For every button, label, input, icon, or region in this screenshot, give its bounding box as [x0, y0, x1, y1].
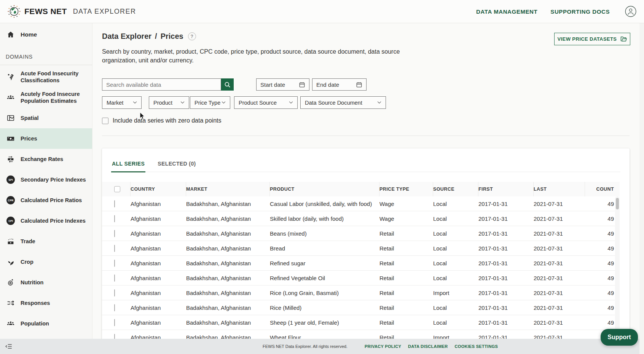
table-row[interactable]: Afghanistan Badakhshan, Afghanistan Brea…	[102, 241, 620, 256]
table-row[interactable]: Afghanistan Badakhshan, Afghanistan Skil…	[102, 211, 620, 226]
cell-first: 2017-01-31	[478, 319, 534, 326]
tab-selected[interactable]: SELECTED (0)	[157, 161, 196, 172]
sidebar-item-label: Calculated Price Indexes	[21, 217, 86, 224]
col-country[interactable]: COUNTRY	[131, 182, 186, 196]
sidebar-item[interactable]: CPI Calculated Price Indexes	[0, 210, 92, 231]
table-row[interactable]: Afghanistan Badakhshan, Afghanistan Bean…	[102, 226, 620, 241]
table-row[interactable]: Afghanistan Badakhshan, Afghanistan Shee…	[102, 315, 620, 330]
sidebar-item-label: Secondary Price Indexes	[21, 176, 86, 183]
row-checkbox[interactable]	[114, 230, 115, 237]
breadcrumb: Data Explorer / Prices ?	[102, 32, 196, 41]
collapse-sidebar-icon[interactable]	[5, 342, 13, 351]
col-first[interactable]: FIRST	[478, 182, 534, 196]
help-icon[interactable]: ?	[188, 32, 196, 40]
sidebar-item-icon	[6, 319, 15, 328]
col-price-type[interactable]: PRICE TYPE	[379, 182, 433, 196]
cell-country: Afghanistan	[131, 290, 186, 296]
nav-supporting-docs[interactable]: SUPPORTING DOCS	[550, 8, 610, 15]
nav-data-management[interactable]: DATA MANAGEMENT	[476, 8, 537, 15]
cell-last: 2021-07-31	[534, 305, 585, 311]
cell-product: Bread	[270, 245, 379, 252]
sidebar-item[interactable]: Population	[0, 313, 92, 334]
table-scrollbar-thumb[interactable]	[616, 198, 619, 209]
sidebar-item-home[interactable]: Home	[0, 28, 92, 41]
sidebar-item-label: Spatial	[21, 115, 39, 121]
sidebar-item[interactable]: Exchange Rates	[0, 149, 92, 169]
cell-source: Local	[433, 201, 478, 207]
filter-product[interactable]: Product	[149, 96, 189, 109]
cell-market: Badakhshan, Afghanistan	[186, 305, 270, 311]
cell-source: Local	[433, 305, 478, 311]
zero-data-checkbox[interactable]	[102, 118, 108, 124]
sidebar-item[interactable]: SPI Secondary Price Indexes	[0, 169, 92, 190]
sidebar-section-label: DOMAINS	[0, 54, 92, 60]
sidebar-item-icon	[6, 134, 15, 143]
col-count[interactable]: COUNT	[585, 182, 614, 196]
start-date-placeholder: Start date	[260, 81, 285, 88]
filter-product-source[interactable]: Product Source	[234, 96, 298, 109]
cell-first: 2017-01-31	[478, 230, 534, 237]
start-date-field[interactable]: Start date	[256, 78, 309, 91]
support-button[interactable]: Support	[601, 329, 638, 346]
privacy-policy-link[interactable]: PRIVACY POLICY	[365, 344, 401, 349]
footer-content: FEWS NET Data Explorer. All rights reser…	[263, 339, 498, 354]
user-avatar-icon[interactable]	[625, 6, 636, 17]
row-checkbox[interactable]	[114, 274, 115, 282]
filter-data-source-document[interactable]: Data Source Document	[300, 96, 386, 109]
col-product[interactable]: PRODUCT	[270, 182, 379, 196]
cell-price-type: Retail	[379, 245, 433, 252]
table-row[interactable]: Afghanistan Badakhshan, Afghanistan Refi…	[102, 271, 620, 285]
filter-price-type[interactable]: Price Type	[190, 96, 230, 109]
cell-last: 2021-07-31	[534, 201, 585, 207]
sidebar-item[interactable]: Nutrition	[0, 272, 92, 293]
select-all-checkbox[interactable]	[114, 186, 120, 192]
cell-market: Badakhshan, Afghanistan	[186, 201, 270, 207]
table-row[interactable]: Afghanistan Badakhshan, Afghanistan Rice…	[102, 285, 620, 300]
col-source[interactable]: SOURCE	[433, 182, 478, 196]
cell-country: Afghanistan	[131, 230, 186, 237]
cell-source: Local	[433, 245, 478, 252]
sidebar-item[interactable]: Acute Food Insecurity Classifications	[0, 67, 92, 87]
table-scrollbar-track[interactable]	[615, 196, 620, 344]
sidebar-item[interactable]: Spatial	[0, 108, 92, 128]
row-checkbox[interactable]	[114, 200, 115, 207]
sidebar-item[interactable]: Acutely Food Insecure Population Estimat…	[0, 87, 92, 108]
page-scrollbar-track[interactable]	[639, 23, 644, 354]
col-market[interactable]: MARKET	[186, 182, 270, 196]
search-input[interactable]	[102, 78, 221, 91]
filter-market[interactable]: Market	[102, 96, 142, 109]
sidebar-item[interactable]: CPR Calculated Price Ratios	[0, 190, 92, 210]
cookies-settings-link[interactable]: COOKIES SETTINGS	[455, 344, 498, 349]
cell-product: Casual Labor (unskilled, daily, with foo…	[270, 201, 379, 207]
row-checkbox[interactable]	[114, 304, 115, 311]
col-last[interactable]: LAST	[534, 182, 585, 196]
cell-first: 2017-01-31	[478, 245, 534, 252]
cell-first: 2017-01-31	[478, 201, 534, 207]
row-checkbox[interactable]	[114, 319, 115, 326]
view-price-datasets-button[interactable]: VIEW PRICE DATASETS	[554, 33, 630, 45]
calendar-icon	[356, 81, 362, 88]
sidebar-item[interactable]: Crop	[0, 252, 92, 272]
table-row[interactable]: Afghanistan Badakhshan, Afghanistan Rice…	[102, 300, 620, 315]
sidebar: Home DOMAINS Acute Food Insecurity Class…	[0, 23, 92, 339]
sidebar-item[interactable]: Prices	[0, 128, 92, 149]
cell-count: 49	[585, 260, 614, 266]
row-checkbox[interactable]	[114, 245, 115, 252]
sidebar-item[interactable]: Trade	[0, 231, 92, 252]
row-checkbox[interactable]	[114, 215, 115, 222]
breadcrumb-separator: /	[155, 32, 157, 41]
select-all-cell	[111, 182, 131, 196]
search-button[interactable]	[221, 78, 234, 91]
row-checkbox[interactable]	[114, 289, 115, 297]
zero-data-checkbox-label: Include data series with zero data point…	[113, 117, 222, 124]
table-row[interactable]: Afghanistan Badakhshan, Afghanistan Casu…	[102, 196, 620, 211]
chevron-down-icon	[180, 101, 185, 104]
tab-all-series[interactable]: ALL SERIES	[111, 161, 145, 172]
table-row[interactable]: Afghanistan Badakhshan, Afghanistan Refi…	[102, 256, 620, 271]
breadcrumb-parent[interactable]: Data Explorer	[102, 32, 151, 41]
sidebar-item[interactable]: Responses	[0, 293, 92, 313]
breadcrumb-current: Prices	[161, 32, 183, 41]
end-date-field[interactable]: End date	[312, 78, 367, 91]
data-disclaimer-link[interactable]: DATA DISCLAIMER	[408, 344, 448, 349]
row-checkbox[interactable]	[114, 260, 115, 267]
